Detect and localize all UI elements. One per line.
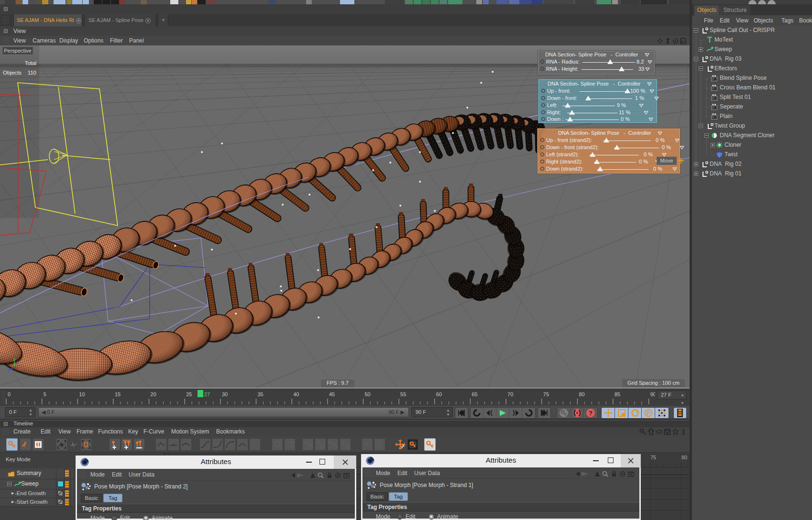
svg-text:25: 25 [186,391,192,397]
svg-text:90: 90 [650,391,655,397]
svg-text:0: 0 [378,443,381,448]
svg-text:65: 65 [472,391,477,397]
svg-text:70: 70 [507,391,513,397]
svg-text:f: f [24,443,26,448]
svg-text:55: 55 [400,391,406,397]
svg-text:27: 27 [204,391,210,397]
svg-text:75: 75 [543,391,549,397]
svg-text:40: 40 [293,391,299,397]
svg-text:80: 80 [681,455,687,460]
svg-text:P: P [646,410,650,417]
svg-text:35: 35 [258,391,263,397]
svg-text:15: 15 [115,391,121,397]
svg-text:85: 85 [614,391,620,397]
svg-text:80: 80 [579,391,584,397]
svg-text:50: 50 [365,391,371,397]
svg-text:10°: 10° [363,442,370,447]
svg-text:30: 30 [222,391,228,397]
svg-text:?: ? [589,410,593,417]
svg-text:45: 45 [329,391,335,397]
svg-text:5: 5 [44,391,46,397]
svg-text:20: 20 [151,391,156,397]
svg-text:0: 0 [8,391,11,397]
svg-text:10: 10 [79,391,85,397]
svg-text:60: 60 [436,391,442,397]
svg-text:z: z [16,359,19,364]
svg-text:75: 75 [650,455,656,460]
